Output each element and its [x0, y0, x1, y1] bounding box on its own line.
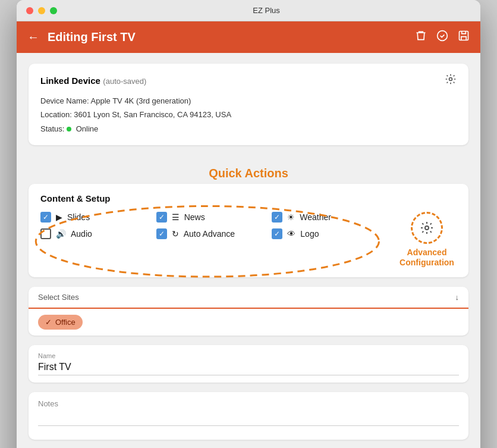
- auto-advance-label: Auto Advance: [184, 229, 235, 239]
- device-name: Device Name: Apple TV 4K (3rd generation…: [40, 94, 457, 108]
- name-input[interactable]: [38, 362, 459, 375]
- weather-label: Weather: [300, 212, 331, 222]
- office-check-icon: ✓: [45, 318, 52, 327]
- advanced-config-section[interactable]: AdvancedConfiguration: [397, 212, 457, 268]
- traffic-light-green[interactable]: [50, 7, 57, 14]
- logo-icon: 👁: [287, 229, 295, 239]
- page-title: Editing First TV: [48, 30, 407, 44]
- save-icon: [458, 30, 470, 42]
- auto-advance-checkbox[interactable]: ✓: [156, 228, 167, 239]
- list-item: 🔊 Audio: [40, 228, 156, 239]
- trash-icon: [415, 30, 427, 42]
- header-icons: [415, 30, 470, 45]
- news-icon: ☰: [172, 212, 180, 222]
- content-setup-card: Content & Setup ✓ ▶: [29, 184, 468, 277]
- main-content: Linked Device (auto-saved) Device Name: …: [17, 53, 480, 448]
- logo-checkbox[interactable]: ✓: [272, 228, 282, 239]
- status-indicator: [67, 127, 71, 131]
- title-bar: EZ Plus: [17, 0, 480, 21]
- advanced-config-circle[interactable]: [411, 212, 443, 244]
- linked-device-title: Linked Device (auto-saved): [40, 76, 146, 86]
- notes-input[interactable]: [38, 413, 459, 426]
- checkboxes-grid: ✓ ▶ Slides ✓ ☰ News: [40, 212, 388, 239]
- content-setup-inner: Content & Setup ✓ ▶: [40, 193, 457, 268]
- header-bar: ← Editing First TV: [17, 21, 480, 53]
- svg-point-4: [425, 226, 429, 230]
- svg-point-0: [438, 31, 448, 41]
- select-sites-card: Select Sites ↓ ✓ Office: [29, 287, 468, 336]
- content-setup-title: Content & Setup: [40, 193, 457, 203]
- window-title: EZ Plus: [62, 6, 471, 15]
- name-label: Name: [38, 352, 459, 359]
- news-checkbox[interactable]: ✓: [156, 212, 167, 223]
- svg-point-2: [449, 78, 452, 81]
- news-label: News: [184, 212, 205, 222]
- weather-checkbox[interactable]: ✓: [272, 212, 282, 223]
- quick-actions-banner: Quick Actions: [29, 167, 468, 180]
- device-status: Status: Online: [40, 122, 457, 136]
- linked-device-header: Linked Device (auto-saved): [40, 73, 457, 88]
- checkboxes-and-advanced: ✓ ▶ Slides ✓ ☰ News: [40, 212, 457, 268]
- device-info: Device Name: Apple TV 4K (3rd generation…: [40, 94, 457, 136]
- slides-icon: ▶: [56, 212, 62, 222]
- auto-advance-icon: ↻: [172, 229, 179, 239]
- linked-device-settings-icon[interactable]: [445, 73, 457, 88]
- list-item: ✓ ☰ News: [156, 212, 272, 223]
- traffic-light-yellow[interactable]: [38, 7, 45, 14]
- audio-label: Audio: [71, 229, 92, 239]
- linked-device-card: Linked Device (auto-saved) Device Name: …: [29, 64, 468, 145]
- logo-label: Logo: [300, 229, 319, 239]
- select-sites-label: Select Sites: [38, 293, 79, 302]
- app-window: EZ Plus ← Editing First TV: [17, 0, 480, 448]
- select-sites-header[interactable]: Select Sites ↓: [29, 287, 468, 309]
- device-location: Location: 3601 Lyon St, San Francisco, C…: [40, 108, 457, 121]
- list-item: ✓ 👁 Logo: [272, 228, 388, 239]
- approve-button[interactable]: [436, 30, 448, 45]
- notes-card: Notes: [29, 392, 468, 440]
- select-sites-body: ✓ Office: [29, 309, 468, 336]
- checkboxes-area: ✓ ▶ Slides ✓ ☰ News: [40, 212, 388, 268]
- name-field-card: Name: [29, 345, 468, 383]
- content-setup-wrapper: Quick Actions Content & Setup: [29, 167, 468, 277]
- advanced-config-gear-icon: [420, 221, 434, 235]
- advanced-config-label: AdvancedConfiguration: [400, 248, 454, 268]
- back-button[interactable]: ←: [27, 30, 39, 44]
- list-item: ✓ ☀ Weather: [272, 212, 388, 223]
- office-tag[interactable]: ✓ Office: [38, 315, 83, 330]
- delete-button[interactable]: [415, 30, 427, 45]
- save-button[interactable]: [458, 30, 470, 45]
- traffic-light-red[interactable]: [26, 7, 33, 14]
- list-item: ✓ ↻ Auto Advance: [156, 228, 272, 239]
- select-sites-dropdown-icon[interactable]: ↓: [455, 293, 460, 302]
- quick-actions-label: Quick Actions: [209, 167, 288, 180]
- slides-label: Slides: [67, 212, 90, 222]
- slides-checkbox[interactable]: ✓: [40, 212, 51, 223]
- audio-checkbox[interactable]: [40, 228, 51, 239]
- list-item: ✓ ▶ Slides: [40, 212, 156, 223]
- weather-icon: ☀: [287, 212, 295, 222]
- audio-icon: 🔊: [56, 229, 66, 239]
- notes-label: Notes: [38, 399, 459, 408]
- office-label: Office: [55, 318, 76, 327]
- check-circle-icon: [436, 30, 448, 42]
- svg-rect-1: [460, 32, 468, 40]
